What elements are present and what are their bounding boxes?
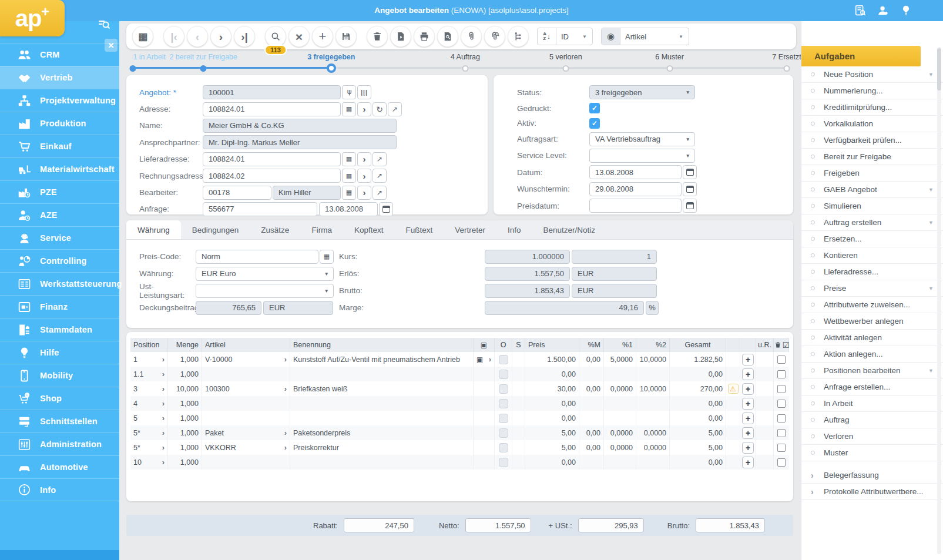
position-cell[interactable]: 10› — [130, 455, 168, 470]
step-dot-5[interactable] — [562, 65, 569, 72]
col-p2[interactable]: %2 — [636, 338, 670, 352]
menge-cell[interactable]: 1,000 — [168, 352, 202, 367]
search-button[interactable]: 113 — [265, 26, 286, 47]
nav-prev-button[interactable]: ‹ — [187, 26, 208, 47]
col-o[interactable]: O — [495, 338, 512, 352]
step-dot-1[interactable] — [130, 65, 136, 72]
benennung-cell[interactable]: Preiskorrektur — [290, 440, 474, 455]
preis-cell[interactable]: 0,00 — [525, 411, 579, 425]
idea-bulb-icon[interactable] — [900, 4, 912, 17]
menge-cell[interactable]: 1,000 — [168, 440, 202, 455]
delete-button[interactable] — [367, 26, 388, 47]
row-select-checkbox[interactable] — [777, 370, 786, 378]
add-row-button[interactable]: + — [742, 413, 754, 424]
chevron-right-icon[interactable]: › — [284, 428, 287, 437]
task-positionen-bearbeiten[interactable]: Positionen bearbeiten▼ — [801, 363, 943, 379]
sidebar-item-automotive[interactable]: Automotive — [0, 455, 119, 478]
pm-cell[interactable] — [579, 455, 604, 470]
chevron-right-icon[interactable]: › — [489, 355, 491, 364]
grid-view-button[interactable]: ▦ — [132, 26, 153, 47]
sidebar-item-crm[interactable]: CRM — [0, 43, 119, 66]
p1-cell[interactable]: 5,0000 — [604, 352, 636, 367]
attachment-button[interactable] — [461, 26, 482, 47]
calendar-icon[interactable] — [379, 202, 393, 216]
sidebar-item-werkstattsteuerung[interactable]: Werkstattsteuerung — [0, 272, 119, 295]
detail-link-cell[interactable] — [474, 440, 495, 455]
chevron-right-icon[interactable]: › — [162, 443, 165, 452]
tab-vertreter[interactable]: Vertreter — [444, 220, 496, 239]
chevron-right-icon[interactable]: › — [162, 355, 165, 364]
task-verfügbarkeit-prüfen[interactable]: Verfügbarkeit prüfen... — [801, 132, 943, 149]
sidebar-item-produktion[interactable]: Produktion — [0, 112, 119, 135]
open-external-icon[interactable]: ↗ — [388, 102, 402, 116]
row-select-checkbox[interactable] — [777, 444, 786, 452]
pm-cell[interactable]: 0,00 — [579, 352, 604, 367]
add-row-button[interactable]: + — [742, 442, 754, 454]
sidebar-item-einkauf[interactable]: Einkauf — [0, 135, 119, 157]
open-external-icon[interactable]: ↗ — [372, 169, 387, 183]
position-cell[interactable]: 3› — [130, 381, 168, 396]
benennung-cell[interactable] — [290, 396, 474, 411]
view-filter-dropdown[interactable]: ◉ Artikel ▼ — [601, 28, 689, 45]
task-kontieren[interactable]: Kontieren — [801, 247, 943, 264]
sidebar-item-mobility[interactable]: Mobility — [0, 364, 119, 387]
step-dot-3[interactable] — [327, 63, 336, 73]
task-in-arbeit[interactable]: In Arbeit — [801, 395, 943, 412]
preis-code-input[interactable]: Norm — [196, 250, 318, 264]
position-cell[interactable]: 5*› — [130, 440, 168, 455]
pm-cell[interactable] — [579, 411, 604, 425]
nav-first-button[interactable]: |‹ — [163, 26, 184, 47]
pm-cell[interactable] — [579, 367, 604, 381]
detail-box-icon[interactable]: ▣ — [476, 356, 483, 364]
task-attributwerte-zuweisen[interactable]: Attributwerte zuweisen... — [801, 297, 943, 313]
option-checkbox[interactable] — [499, 458, 508, 467]
position-cell[interactable]: 1.1› — [130, 367, 168, 381]
task-simulieren[interactable]: Simulieren — [801, 198, 943, 214]
detail-link-cell[interactable] — [474, 425, 495, 440]
task-anfrage-erstellen[interactable]: Anfrage erstellen... — [801, 379, 943, 395]
col-select[interactable]: ☑ — [774, 338, 789, 352]
benennung-cell[interactable] — [290, 411, 474, 425]
lookup-grid-icon[interactable]: ▦ — [342, 186, 356, 200]
tab-firma[interactable]: Firma — [300, 220, 343, 239]
detail-link-cell[interactable]: ▣› — [474, 352, 495, 367]
chevron-right-icon[interactable]: › — [162, 414, 165, 422]
preis-cell[interactable]: 30,00 — [525, 381, 579, 396]
preis-cell[interactable]: 0,00 — [525, 455, 579, 470]
benennung-cell[interactable] — [290, 367, 474, 381]
p2-cell[interactable] — [636, 396, 670, 411]
sidebar-item-schnittstellen[interactable]: Schnittstellen — [0, 410, 119, 432]
goto-icon[interactable]: › — [357, 102, 371, 116]
col-position[interactable]: Position — [130, 338, 168, 352]
auftragsart-select[interactable]: VA Vertriebsauftrag▼ — [589, 132, 695, 146]
option-checkbox[interactable] — [499, 399, 508, 408]
calendar-icon[interactable] — [683, 165, 697, 179]
chevron-down-icon[interactable]: ▼ — [928, 368, 934, 374]
task-preise[interactable]: Preise▼ — [801, 280, 943, 297]
preis-cell[interactable]: 0,00 — [525, 367, 579, 381]
artikel-cell[interactable] — [202, 411, 290, 425]
task-aktivität-anlegen[interactable]: Aktivität anlegen — [801, 330, 943, 346]
preis-cell[interactable]: 0,00 — [525, 396, 579, 411]
sort-dropdown[interactable]: AZ↓ ID ▼ — [537, 28, 593, 45]
col-s[interactable]: S — [512, 338, 525, 352]
task-kreditlimitprüfung[interactable]: Kreditlimitprüfung... — [801, 99, 943, 116]
col-ur[interactable]: u.R. — [756, 338, 774, 352]
anfrage-date-input[interactable]: 13.08.2008 — [319, 202, 378, 216]
artikel-cell[interactable]: 100300› — [202, 381, 290, 396]
columns-icon[interactable]: ||| — [357, 85, 371, 99]
goto-icon[interactable]: › — [357, 186, 371, 200]
preis-cell[interactable]: 5,00 — [525, 440, 579, 455]
option-checkbox[interactable] — [499, 355, 508, 364]
artikel-cell[interactable]: V-10000› — [202, 352, 290, 367]
lookup-grid-icon[interactable]: ▦ — [342, 169, 356, 183]
tab-währung[interactable]: Währung — [126, 220, 181, 239]
ust-leistungsart-select[interactable]: ▼ — [196, 284, 334, 298]
position-cell[interactable]: 5› — [130, 411, 168, 425]
preisdatum-input[interactable] — [589, 199, 682, 213]
artikel-cell[interactable] — [202, 367, 290, 381]
option-checkbox[interactable] — [499, 370, 508, 379]
artikel-cell[interactable] — [202, 396, 290, 411]
anfrage-input[interactable]: 556677 — [203, 202, 317, 216]
task-lieferadresse[interactable]: Lieferadresse... — [801, 264, 943, 280]
